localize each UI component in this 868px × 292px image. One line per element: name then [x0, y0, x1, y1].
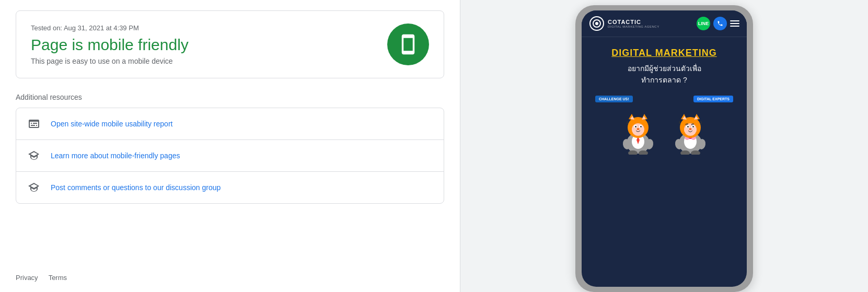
footer: Privacy Terms [16, 274, 67, 282]
privacy-link[interactable]: Privacy [16, 274, 38, 282]
challenge-badge: CHALLENGE US! [595, 96, 633, 102]
cotactic-logo-icon [589, 16, 605, 31]
terms-link[interactable]: Terms [49, 274, 67, 282]
result-text: Tested on: Aug 31, 2021 at 4:39 PM Page … [31, 24, 366, 65]
phone-call-icon[interactable] [713, 17, 727, 30]
svg-point-14 [635, 126, 636, 127]
svg-point-38 [689, 128, 692, 130]
phone-heading-en: DIGITAL MARKETING [611, 48, 716, 59]
tested-on-label: Tested on: Aug 31, 2021 at 4:39 PM [31, 24, 366, 32]
tigers-container [617, 108, 711, 155]
resource-link-learn: Learn more about mobile-friendly pages [51, 151, 180, 160]
phone-icon [397, 33, 419, 55]
discuss-icon [27, 180, 41, 195]
svg-point-36 [687, 126, 689, 127]
phone-heading-th: อยากมีผู้ช่วยส่วนตัวเพื่อ ทำการตลาด ? [628, 63, 701, 86]
left-panel: Tested on: Aug 31, 2021 at 4:39 PM Page … [0, 0, 460, 292]
report-icon [27, 116, 41, 131]
line-icon[interactable]: LINE [697, 17, 710, 30]
svg-point-2 [595, 22, 598, 25]
svg-point-16 [637, 128, 640, 130]
resource-item-learn[interactable]: Learn more about mobile-friendly pages [16, 140, 444, 172]
resource-link-usability: Open site-wide mobile usability report [51, 120, 172, 128]
phone-badges: CHALLENGE US! DIGITAL EXPERTS [590, 96, 738, 102]
tiger-character-1 [617, 108, 659, 155]
mobile-friendly-icon [387, 24, 429, 65]
svg-point-37 [692, 126, 694, 127]
logo-subtext: DIGITAL MARKETING AGENCY [608, 25, 659, 28]
phone-mockup: COTACTIC DIGITAL MARKETING AGENCY LINE [575, 5, 753, 292]
experts-badge: DIGITAL EXPERTS [693, 96, 733, 102]
phone-navbar: COTACTIC DIGITAL MARKETING AGENCY LINE [582, 10, 747, 37]
additional-resources-title: Additional resources [16, 93, 444, 101]
right-panel: COTACTIC DIGITAL MARKETING AGENCY LINE [460, 0, 868, 292]
result-card: Tested on: Aug 31, 2021 at 4:39 PM Page … [16, 10, 444, 78]
learn-icon [27, 148, 41, 163]
friendly-subtitle: This page is easy to use on a mobile dev… [31, 57, 366, 65]
hamburger-menu-icon[interactable] [730, 20, 739, 27]
friendly-title: Page is mobile friendly [31, 36, 366, 54]
phone-content: DIGITAL MARKETING อยากมีผู้ช่วยส่วนตัวเพ… [582, 37, 747, 287]
logo-text-group: COTACTIC DIGITAL MARKETING AGENCY [608, 19, 659, 28]
phone-nav-icons: LINE [697, 17, 739, 30]
phone-screen: COTACTIC DIGITAL MARKETING AGENCY LINE [582, 10, 747, 287]
resources-card: Open site-wide mobile usability report L… [16, 108, 444, 204]
tiger-character-2 [669, 108, 711, 155]
resource-item-usability[interactable]: Open site-wide mobile usability report [16, 108, 444, 140]
logo-name: COTACTIC [608, 19, 659, 25]
resource-item-discuss[interactable]: Post comments or questions to our discus… [16, 172, 444, 203]
phone-logo: COTACTIC DIGITAL MARKETING AGENCY [589, 16, 659, 31]
resource-link-discuss: Post comments or questions to our discus… [51, 183, 221, 192]
svg-point-15 [640, 126, 642, 127]
